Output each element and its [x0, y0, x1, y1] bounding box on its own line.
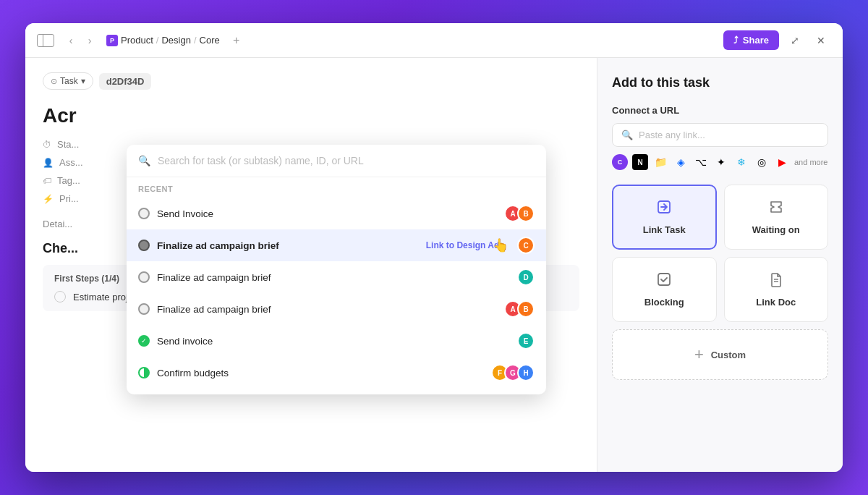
breadcrumb-design[interactable]: Design: [161, 35, 190, 46]
task-name: Finalize ad campaign brief: [157, 304, 497, 315]
page-title: Acr: [43, 104, 579, 127]
clickup-icon[interactable]: C: [612, 154, 628, 170]
waiting-on-label: Waiting on: [752, 224, 800, 235]
search-box: 🔍: [127, 145, 546, 177]
task-type-chevron: ▾: [81, 76, 85, 86]
tags-label: Tag...: [57, 175, 80, 186]
right-panel-title: Add to this task: [612, 75, 828, 90]
nav-arrows: ‹ ›: [63, 33, 98, 48]
task-row[interactable]: Finalize ad campaign brief A B: [127, 293, 546, 325]
svg-rect-1: [658, 274, 670, 285]
avatar: C: [517, 237, 535, 254]
task-breadcrumb: ⊙ Task ▾ d2Df34D: [43, 72, 579, 90]
sidebar-toggle-icon[interactable]: [37, 34, 54, 47]
avatar-group: F G H: [491, 364, 535, 381]
task-row[interactable]: Confirm budgets F G H: [127, 357, 546, 389]
search-dropdown: 🔍 Recent Send Invoice A B: [127, 145, 546, 394]
link-task-icon: [656, 199, 672, 219]
integrations-row: C N 📁 ◈ ⌥ ✦: [612, 154, 828, 170]
task-type-pill[interactable]: ⊙ Task ▾: [43, 72, 93, 90]
task-name: Send invoice: [157, 336, 510, 347]
nav-back-button[interactable]: ‹: [63, 33, 79, 48]
avatar: B: [517, 205, 535, 222]
task-name: Finalize ad campaign brief: [157, 272, 510, 283]
avatar: E: [517, 332, 535, 350]
search-input[interactable]: [158, 155, 535, 166]
notion-icon[interactable]: N: [632, 154, 648, 170]
breadcrumb: P Product / Design / Core: [106, 35, 220, 46]
github-icon[interactable]: ⌥: [693, 154, 709, 170]
task-status-icon: [138, 240, 150, 251]
add-tab-button[interactable]: +: [229, 33, 244, 48]
link-task-label: Link Task: [643, 224, 686, 235]
task-type-label: Task: [60, 76, 78, 86]
task-row[interactable]: Finalize ad campaign brief D: [127, 261, 546, 293]
status-icon: ⏱: [43, 140, 51, 150]
left-panel: ⊙ Task ▾ d2Df34D Acr ⏱ Sta... 👤 Ass...: [25, 58, 597, 472]
task-name: Confirm budgets: [157, 368, 484, 378]
breadcrumb-core[interactable]: Core: [200, 35, 220, 46]
chrome-icon[interactable]: ◎: [754, 154, 770, 170]
tags-icon: 🏷: [43, 176, 51, 186]
assignee-icon: 👤: [43, 158, 54, 168]
avatar-group: E: [517, 332, 535, 350]
nav-forward-button[interactable]: ›: [82, 33, 98, 48]
blocking-label: Blocking: [644, 297, 684, 308]
link-doc-icon: [768, 271, 784, 291]
snowflake-icon[interactable]: ❄: [733, 154, 749, 170]
search-icon: 🔍: [138, 155, 150, 166]
link-doc-card[interactable]: Link Doc: [724, 257, 829, 322]
avatar-group: D: [517, 268, 535, 286]
right-panel: Add to this task Connect a URL 🔍 C N: [597, 58, 843, 472]
task-name: Finalize ad campaign brief: [157, 240, 419, 251]
link-task-card[interactable]: Link Task: [612, 185, 717, 250]
task-row[interactable]: Finalize ad campaign brief Link to Desig…: [127, 229, 546, 261]
avatar: H: [517, 364, 535, 381]
avatar-group: A B: [504, 300, 535, 318]
task-id: d2Df34D: [99, 73, 152, 90]
connect-url-label: Connect a URL: [612, 105, 828, 116]
task-row[interactable]: ✓ Send invoice E: [127, 325, 546, 357]
close-button[interactable]: ✕: [811, 30, 831, 51]
url-input[interactable]: [639, 130, 819, 140]
cursor-icon: 👆: [493, 237, 509, 253]
url-input-box: 🔍: [612, 123, 828, 147]
custom-card[interactable]: + Custom: [612, 329, 828, 380]
task-list: Send Invoice A B Finalize ad campaign br…: [127, 198, 546, 394]
dropbox-icon[interactable]: ◈: [673, 154, 689, 170]
custom-icon: +: [694, 345, 704, 364]
task-status-icon: [138, 208, 150, 219]
drive-icon[interactable]: 📁: [652, 154, 668, 170]
task-status-icon: [138, 271, 150, 283]
check-circle[interactable]: [54, 291, 66, 302]
task-name: Send Invoice: [157, 208, 497, 219]
breadcrumb-product[interactable]: Product: [121, 35, 153, 46]
task-type-icon: ⊙: [51, 77, 57, 86]
blocking-card[interactable]: Blocking: [612, 257, 717, 322]
waiting-on-card[interactable]: Waiting on: [724, 185, 829, 250]
figma-icon[interactable]: ✦: [713, 154, 729, 170]
blocking-icon: [656, 271, 672, 291]
assignee-label: Ass...: [59, 157, 83, 168]
avatar: B: [517, 300, 535, 318]
recent-label: Recent: [127, 177, 546, 198]
title-bar-actions: ⤴ Share ⤢ ✕: [723, 30, 831, 51]
task-status-icon: [138, 303, 150, 315]
expand-button[interactable]: ⤢: [785, 30, 805, 51]
status-label: Sta...: [57, 139, 79, 150]
app-window: ‹ › P Product / Design / Core + ⤴ Share …: [25, 23, 843, 472]
task-status-icon: [138, 367, 150, 378]
title-bar: ‹ › P Product / Design / Core + ⤴ Share …: [25, 23, 843, 58]
task-status-icon: ✓: [138, 335, 150, 347]
avatar: D: [517, 268, 535, 286]
task-row[interactable]: Send Invoice A B: [127, 198, 546, 229]
priority-label: Pri...: [59, 193, 79, 204]
share-label: Share: [743, 35, 769, 46]
main-area: ⊙ Task ▾ d2Df34D Acr ⏱ Sta... 👤 Ass...: [25, 58, 843, 472]
share-icon: ⤴: [733, 35, 739, 46]
youtube-icon[interactable]: ▶: [774, 154, 790, 170]
custom-label: Custom: [711, 350, 746, 360]
share-button[interactable]: ⤴ Share: [723, 30, 779, 50]
breadcrumb-sep-2: /: [194, 35, 197, 46]
link-doc-label: Link Doc: [756, 297, 796, 308]
